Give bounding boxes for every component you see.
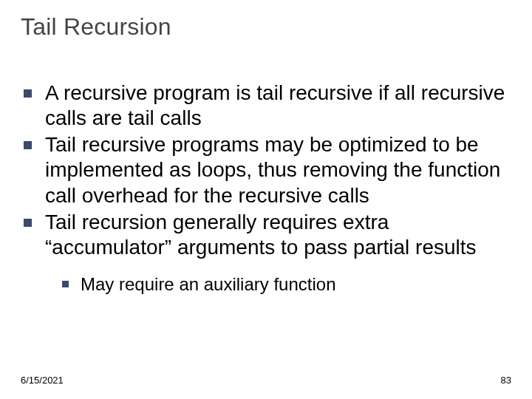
- slide: Tail Recursion A recursive program is ta…: [0, 0, 532, 399]
- footer-page-number: 83: [501, 375, 511, 386]
- square-bullet-icon: [62, 281, 69, 287]
- slide-title: Tail Recursion: [21, 13, 511, 41]
- square-bullet-icon: [24, 89, 32, 98]
- bullet-text: A recursive program is tail recursive if…: [45, 81, 511, 131]
- bullet-item: Tail recursion generally requires extra …: [24, 210, 511, 260]
- square-bullet-icon: [24, 141, 32, 149]
- bullet-item: Tail recursive programs may be optimized…: [24, 132, 511, 208]
- footer-date: 6/15/2021: [21, 375, 64, 386]
- sub-bullet-list: May require an auxiliary function: [24, 273, 511, 296]
- bullet-text: Tail recursive programs may be optimized…: [45, 132, 511, 208]
- square-bullet-icon: [24, 219, 32, 227]
- bullet-item: A recursive program is tail recursive if…: [24, 81, 511, 131]
- bullet-text: Tail recursion generally requires extra …: [45, 210, 511, 260]
- sub-bullet-item: May require an auxiliary function: [62, 273, 511, 296]
- slide-footer: 6/15/2021 83: [21, 375, 511, 386]
- slide-content: A recursive program is tail recursive if…: [21, 81, 511, 296]
- sub-bullet-text: May require an auxiliary function: [81, 273, 336, 296]
